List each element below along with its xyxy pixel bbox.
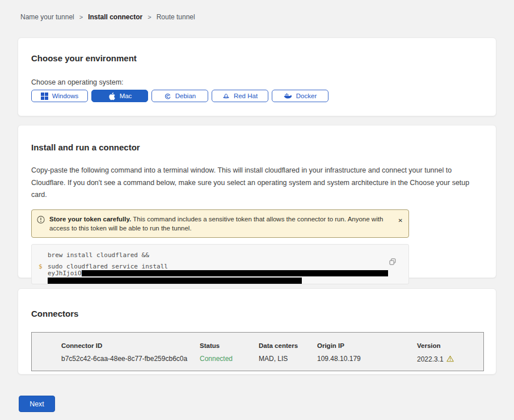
windows-icon bbox=[41, 93, 48, 100]
column-header-status: Status bbox=[200, 342, 259, 350]
install-connector-card: Install and run a connector Copy-paste t… bbox=[18, 125, 496, 278]
debian-icon bbox=[164, 93, 171, 100]
os-button-debian[interactable]: Debian bbox=[151, 90, 208, 102]
shell-prompt: $ bbox=[39, 263, 43, 270]
apple-icon bbox=[108, 92, 116, 100]
code-line-brew: brew install cloudflared && bbox=[48, 251, 408, 259]
warning-triangle-icon bbox=[446, 355, 454, 364]
version-number: 2022.3.1 bbox=[417, 356, 444, 363]
token-line: eyJhIjoiO bbox=[48, 270, 408, 277]
os-button-label: Windows bbox=[52, 93, 79, 99]
table-row: b7c52c42-6caa-48ee-8c77-fbe259cb6c0a Con… bbox=[61, 350, 483, 364]
close-icon[interactable]: ✕ bbox=[398, 218, 403, 224]
connectors-table: Connector ID Status Data centers Origin … bbox=[31, 332, 484, 371]
column-header-data-centers: Data centers bbox=[259, 342, 317, 350]
docker-icon bbox=[284, 93, 292, 99]
column-header-connector-id: Connector ID bbox=[61, 342, 200, 350]
breadcrumb-separator: > bbox=[148, 14, 151, 20]
os-select-label: Choose an operating system: bbox=[31, 78, 496, 86]
os-button-docker[interactable]: Docker bbox=[272, 90, 328, 102]
os-button-label: Red Hat bbox=[234, 93, 258, 99]
status-badge: Connected bbox=[200, 355, 259, 364]
connectors-table-header: Connector ID Status Data centers Origin … bbox=[61, 342, 483, 350]
redhat-icon bbox=[222, 93, 230, 100]
redaction-bar bbox=[82, 270, 388, 276]
code-line-sudo-text: sudo cloudflared service install bbox=[48, 263, 168, 270]
copy-icon[interactable] bbox=[389, 258, 396, 267]
token-prefix: eyJhIjoiO bbox=[48, 270, 82, 277]
redaction-bar bbox=[48, 278, 302, 284]
version-value: 2022.3.1 bbox=[417, 355, 483, 364]
install-description: Copy-paste the following command into a … bbox=[31, 165, 482, 201]
os-button-label: Debian bbox=[175, 93, 196, 99]
data-centers-value: MAD, LIS bbox=[259, 355, 317, 364]
environment-card: Choose your environment Choose an operat… bbox=[18, 37, 496, 116]
info-circle-icon bbox=[37, 216, 45, 226]
install-command-code-block: brew install cloudflared && $ sudo cloud… bbox=[31, 244, 409, 284]
code-line-sudo: $ sudo cloudflared service install bbox=[48, 263, 408, 270]
connector-id-value: b7c52c42-6caa-48ee-8c77-fbe259cb6c0a bbox=[61, 355, 200, 364]
os-button-redhat[interactable]: Red Hat bbox=[212, 90, 268, 102]
os-button-label: Docker bbox=[296, 93, 317, 99]
token-warning-title: Store your token carefully. bbox=[49, 216, 131, 222]
origin-ip-value: 109.48.10.179 bbox=[317, 355, 417, 364]
breadcrumb-install-connector[interactable]: Install connector bbox=[88, 13, 142, 21]
install-card-title: Install and run a connector bbox=[31, 143, 496, 152]
next-button[interactable]: Next bbox=[19, 396, 55, 412]
os-button-windows[interactable]: Windows bbox=[31, 90, 88, 102]
breadcrumb-name-your-tunnel[interactable]: Name your tunnel bbox=[20, 13, 74, 21]
breadcrumb-route-tunnel[interactable]: Route tunnel bbox=[157, 13, 195, 21]
environment-card-title: Choose your environment bbox=[31, 54, 496, 63]
connectors-card-title: Connectors bbox=[31, 309, 496, 318]
token-warning-banner: Store your token carefully. This command… bbox=[31, 209, 409, 238]
token-warning-text: Store your token carefully. This command… bbox=[49, 215, 391, 233]
connectors-card: Connectors Connector ID Status Data cent… bbox=[18, 288, 496, 375]
os-button-group: Windows Mac Debian bbox=[31, 90, 496, 102]
breadcrumb-separator: > bbox=[79, 14, 83, 20]
column-header-version: Version bbox=[417, 342, 483, 350]
column-header-origin-ip: Origin IP bbox=[317, 342, 417, 350]
os-button-label: Mac bbox=[120, 93, 132, 99]
os-button-mac[interactable]: Mac bbox=[91, 90, 148, 102]
breadcrumb: Name your tunnel > Install connector > R… bbox=[20, 13, 195, 21]
